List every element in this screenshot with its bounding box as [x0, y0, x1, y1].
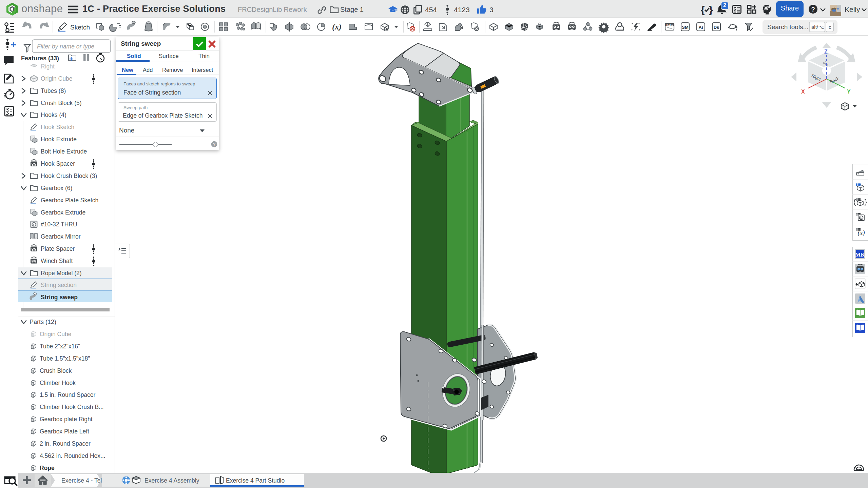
svg-text:Right: Right: [41, 63, 55, 70]
svg-text:Ai: Ai: [699, 25, 703, 30]
svg-text:Origin Cube: Origin Cube: [41, 75, 72, 82]
svg-text:Exercise 4 - Tel: Exercise 4 - Tel: [61, 477, 102, 484]
svg-text:X: X: [801, 89, 805, 95]
svg-text:Features (33): Features (33): [21, 55, 59, 62]
svg-text:Plate Spacer: Plate Spacer: [41, 245, 75, 252]
svg-text:Tube 2"x2"x16": Tube 2"x2"x16": [40, 343, 80, 350]
svg-text:1.5 in. Round Spacer: 1.5 in. Round Spacer: [40, 391, 96, 398]
svg-text:Climber Hook Crush B...: Climber Hook Crush B...: [40, 404, 104, 410]
svg-text:Tubes (8): Tubes (8): [41, 87, 66, 94]
svg-text:?: ?: [811, 6, 815, 13]
svg-text:?: ?: [213, 142, 216, 147]
svg-text:Z: Z: [824, 49, 828, 55]
svg-text:Origin Cube: Origin Cube: [40, 331, 71, 338]
svg-text:Hook Spacer: Hook Spacer: [41, 160, 75, 167]
svg-text:2 in. Round Spacer: 2 in. Round Spacer: [40, 440, 91, 447]
svg-text:Climber Hook: Climber Hook: [40, 380, 76, 386]
svg-text:HELLO: HELLO: [666, 24, 673, 26]
svg-text:Crush Block: Crush Block: [40, 367, 72, 374]
svg-text:Hook Extrude: Hook Extrude: [41, 136, 77, 143]
svg-text:Winch Shaft: Winch Shaft: [41, 258, 73, 264]
svg-text:Filter by name or type: Filter by name or type: [37, 43, 94, 50]
svg-text:(x): (x): [857, 229, 865, 237]
svg-text:Tube 1.5"x1.5"x18": Tube 1.5"x1.5"x18": [40, 355, 90, 362]
svg-text:Crush Block (5): Crush Block (5): [41, 100, 82, 106]
svg-text:String sweep: String sweep: [41, 294, 78, 301]
svg-text:alt/⌥: alt/⌥: [811, 24, 824, 30]
svg-text:Y: Y: [847, 89, 851, 95]
svg-text:Ds: Ds: [714, 25, 719, 30]
svg-text:#10-32 THRU: #10-32 THRU: [41, 221, 77, 228]
svg-text:Gearbox Mirror: Gearbox Mirror: [41, 233, 81, 240]
svg-text:Hooks (4): Hooks (4): [41, 111, 66, 118]
svg-text:SM: SM: [682, 25, 689, 30]
svg-text:Gearbox Plate Sketch: Gearbox Plate Sketch: [41, 197, 98, 204]
svg-text:Rope Model (2): Rope Model (2): [41, 270, 82, 277]
svg-text:Hook Sketch: Hook Sketch: [41, 124, 74, 130]
svg-text:Hook Crush Block (3): Hook Crush Block (3): [41, 172, 97, 179]
svg-text:c: c: [829, 24, 831, 30]
svg-text:Gearbox (6): Gearbox (6): [41, 185, 72, 191]
svg-text:Exercise 4 Assembly: Exercise 4 Assembly: [144, 477, 199, 484]
svg-text:Sketch: Sketch: [70, 24, 90, 31]
svg-text:Exercise 4 Part Studio: Exercise 4 Part Studio: [226, 477, 285, 484]
svg-text:Search tools...: Search tools...: [767, 23, 808, 30]
svg-text:Gearbox Extrude: Gearbox Extrude: [41, 209, 85, 216]
svg-text:Gearbox plate Right: Gearbox plate Right: [40, 416, 93, 423]
svg-text:Bolt Hole Extrude: Bolt Hole Extrude: [41, 148, 87, 155]
svg-text:MK: MK: [855, 251, 865, 258]
svg-text:4.562 in. Rounded Hex...: 4.562 in. Rounded Hex...: [40, 452, 105, 459]
svg-text:Gearbox Plate Left: Gearbox Plate Left: [40, 428, 89, 435]
svg-text:Parts (12): Parts (12): [30, 319, 56, 325]
svg-text:String section: String section: [41, 282, 77, 288]
svg-text:(x): (x): [332, 22, 342, 31]
